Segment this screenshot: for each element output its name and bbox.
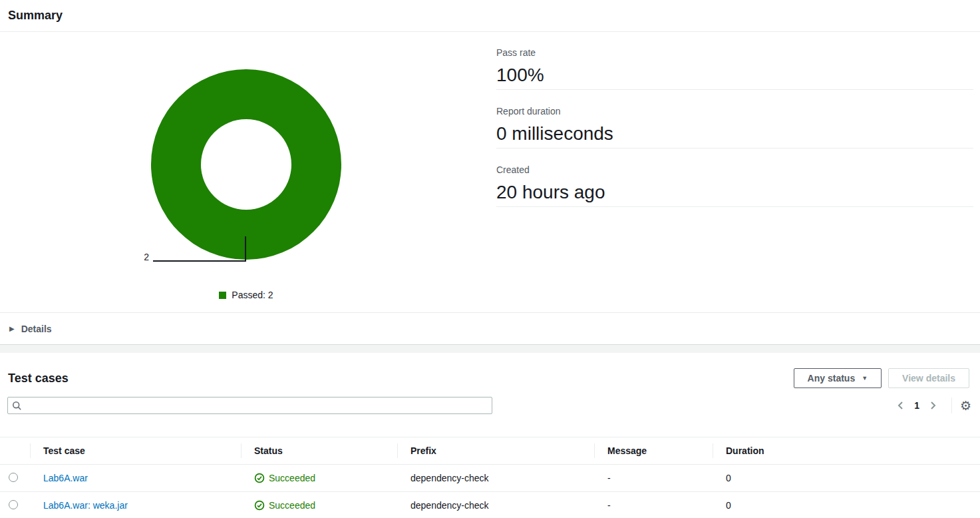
prefix-cell: dependency-check xyxy=(397,465,594,492)
prefix-cell: dependency-check xyxy=(397,492,594,518)
legend-swatch-passed xyxy=(219,292,226,299)
status-text: Succeeded xyxy=(269,473,315,483)
next-page-button[interactable] xyxy=(925,397,941,413)
details-expander[interactable]: ▶ Details xyxy=(0,312,980,344)
column-header-test-case[interactable]: Test case xyxy=(30,437,241,465)
test-case-link[interactable]: Lab6A.war xyxy=(43,473,88,483)
stat-pass-rate-value: 100% xyxy=(496,64,973,87)
search-box[interactable] xyxy=(7,397,492,414)
test-cases-table: Test case Status Prefix Message Duration… xyxy=(0,437,980,518)
section-gap xyxy=(0,345,980,353)
callout-value-label: 2 xyxy=(133,252,149,262)
column-header-duration[interactable]: Duration xyxy=(713,437,980,465)
stat-report-duration-value: 0 milliseconds xyxy=(496,123,973,145)
test-cases-title: Test cases xyxy=(8,372,69,386)
stat-report-duration-label: Report duration xyxy=(496,106,973,117)
search-icon xyxy=(12,401,22,411)
status-text: Succeeded xyxy=(269,500,315,511)
status-succeeded-icon xyxy=(254,500,265,511)
chevron-left-icon xyxy=(897,401,905,410)
selection-column-header xyxy=(0,437,30,465)
row-radio-button[interactable] xyxy=(9,500,18,509)
column-header-status[interactable]: Status xyxy=(241,437,397,465)
chart-legend: Passed: 2 xyxy=(0,290,492,300)
summary-stats: Pass rate 100% Report duration 0 millise… xyxy=(496,32,980,312)
stat-created: Created 20 hours ago xyxy=(496,164,973,207)
pass-rate-donut-chart: 2 Passed: 2 xyxy=(0,32,496,312)
previous-page-button[interactable] xyxy=(893,397,909,413)
message-cell: - xyxy=(594,492,713,518)
pager-divider xyxy=(951,397,952,413)
status-filter-label: Any status xyxy=(808,373,856,384)
pagination: 1 ⚙ xyxy=(893,397,971,413)
search-input[interactable] xyxy=(25,400,488,411)
table-row: Lab6A.war Succeeded dependency-check - 0 xyxy=(0,465,980,492)
donut-ring-passed xyxy=(151,69,341,260)
view-details-button[interactable]: View details xyxy=(888,368,969,388)
row-radio-button[interactable] xyxy=(9,473,18,482)
callout-line-vertical xyxy=(245,236,246,262)
chevron-down-icon: ▼ xyxy=(862,375,868,382)
column-header-message[interactable]: Message xyxy=(594,437,713,465)
test-case-link[interactable]: Lab6A.war: weka.jar xyxy=(43,500,128,511)
duration-cell: 0 xyxy=(713,465,980,492)
status-succeeded-icon xyxy=(254,473,265,483)
summary-title: Summary xyxy=(0,0,980,32)
page-number[interactable]: 1 xyxy=(909,400,925,411)
stat-created-label: Created xyxy=(496,164,973,176)
settings-gear-icon[interactable]: ⚙ xyxy=(960,399,971,412)
legend-label-passed: Passed: 2 xyxy=(232,290,273,300)
callout-line-horizontal xyxy=(153,260,246,262)
message-cell: - xyxy=(594,465,713,492)
table-header-row: Test case Status Prefix Message Duration xyxy=(0,437,980,465)
stat-created-value: 20 hours ago xyxy=(496,181,973,204)
expander-triangle-icon: ▶ xyxy=(9,325,15,332)
column-header-prefix[interactable]: Prefix xyxy=(397,437,594,465)
stat-pass-rate: Pass rate 100% xyxy=(496,47,973,90)
details-label: Details xyxy=(21,324,52,334)
stat-report-duration: Report duration 0 milliseconds xyxy=(496,106,973,148)
stat-pass-rate-label: Pass rate xyxy=(496,47,973,59)
test-cases-panel: Test cases Any status ▼ View details 1 xyxy=(0,353,980,518)
table-row: Lab6A.war: weka.jar Succeeded dependency… xyxy=(0,492,980,518)
chevron-right-icon xyxy=(929,401,937,410)
duration-cell: 0 xyxy=(713,492,980,518)
summary-panel: Summary 2 Passed: 2 Pass rate 100% Repor… xyxy=(0,0,980,345)
status-filter-dropdown[interactable]: Any status ▼ xyxy=(794,368,882,388)
